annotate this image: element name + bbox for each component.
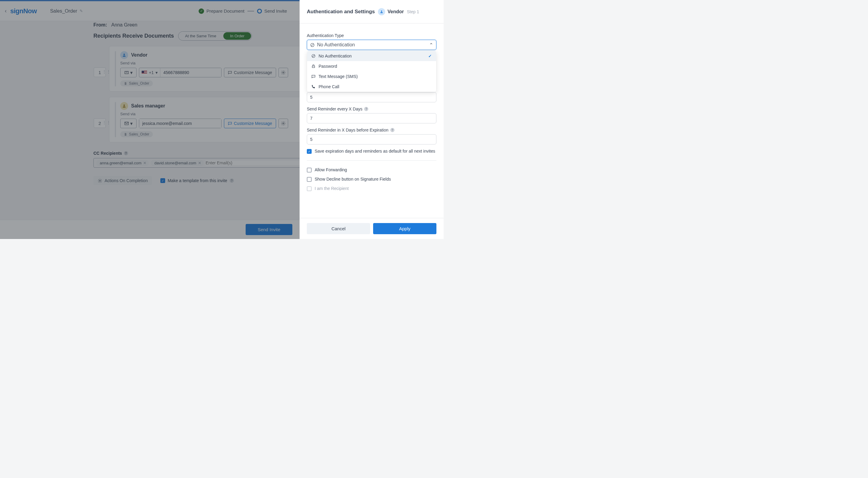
allow-forwarding-checkbox[interactable]: Allow Forwarding [307, 167, 436, 172]
panel-title: Authentication and Settings [307, 9, 375, 15]
cancel-button[interactable]: Cancel [307, 223, 370, 234]
help-icon[interactable]: ? [364, 107, 368, 111]
reminder-every-input[interactable] [307, 113, 436, 124]
checkmark-icon: ✓ [428, 54, 432, 58]
svg-line-8 [311, 44, 314, 46]
auth-option-phone[interactable]: Phone Call [307, 81, 436, 92]
panel-step: Step 1 [407, 9, 419, 14]
reminder-every-label: Send Reminder every X Days [307, 107, 362, 111]
show-decline-checkbox[interactable]: Show Decline button on Signature Fields [307, 177, 436, 182]
svg-line-10 [312, 55, 315, 57]
no-auth-icon [311, 54, 315, 58]
reminder-before-exp-input[interactable] [307, 134, 436, 144]
auth-type-select[interactable]: No Authentication ⌃ No Authentication ✓ … [307, 40, 436, 50]
reminder-before-exp-label: Send Reminder in X Days before Expiratio… [307, 128, 389, 132]
auth-option-sms[interactable]: Text Message (SMS) [307, 71, 436, 81]
phone-icon [311, 84, 315, 89]
auth-option-password[interactable]: Password [307, 61, 436, 71]
panel-role: Vendor [388, 9, 404, 14]
svg-point-6 [381, 10, 382, 12]
i-am-recipient-checkbox[interactable]: I am the Recipient [307, 186, 436, 191]
message-icon [311, 74, 315, 78]
no-auth-icon [310, 43, 315, 47]
reminder-days-input[interactable] [307, 92, 436, 102]
chevron-up-icon: ⌃ [429, 42, 433, 48]
person-icon [378, 8, 385, 15]
auth-type-label: Authentication Type [307, 33, 436, 38]
svg-rect-11 [312, 66, 315, 67]
settings-panel: Authentication and Settings Vendor Step … [300, 0, 444, 239]
lock-icon [311, 64, 315, 68]
save-default-checkbox[interactable]: ✓ Save expiration days and reminders as … [307, 149, 436, 154]
auth-type-value: No Authentication [317, 42, 355, 47]
auth-option-none[interactable]: No Authentication ✓ [307, 51, 436, 61]
help-icon[interactable]: ? [390, 128, 395, 132]
apply-button[interactable]: Apply [373, 223, 436, 234]
auth-type-dropdown: No Authentication ✓ Password Text Messag… [307, 51, 436, 92]
